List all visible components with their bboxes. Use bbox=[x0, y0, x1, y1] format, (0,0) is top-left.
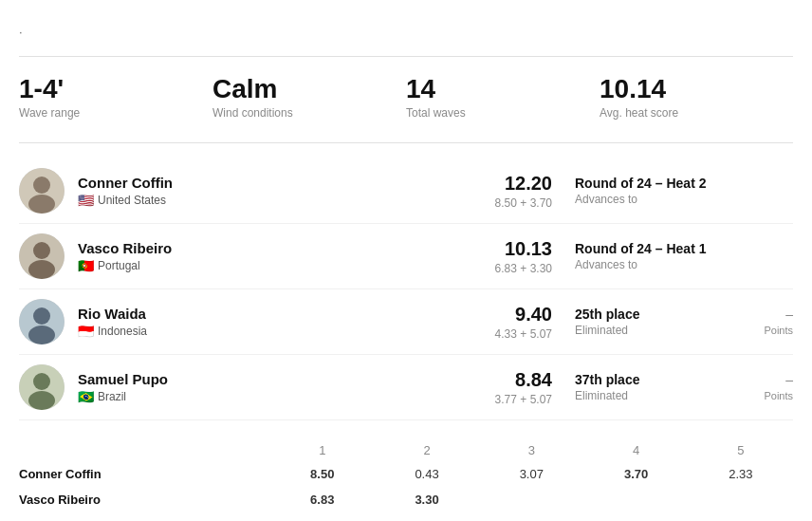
surfer-total: 10.13 bbox=[476, 238, 552, 260]
score-cell bbox=[583, 487, 688, 512]
surfer-breakdown: 6.83 + 3.30 bbox=[476, 262, 552, 275]
surfer-result-block: Round of 24 – Heat 2 Advances to bbox=[575, 176, 746, 206]
flag-icon: 🇮🇩 bbox=[78, 324, 94, 339]
score-cell: 3.23 bbox=[479, 512, 583, 521]
page-container: · 1-4' Wave range Calm Wind conditions 1… bbox=[19, 15, 793, 521]
svg-point-11 bbox=[28, 391, 55, 410]
country-name: Brazil bbox=[98, 390, 126, 403]
country-name: United States bbox=[98, 194, 166, 207]
score-col-header-5: 5 bbox=[689, 439, 793, 461]
svg-point-1 bbox=[33, 177, 50, 194]
svg-point-7 bbox=[33, 307, 50, 325]
score-cell bbox=[479, 487, 583, 512]
stat-label-3: Avg. heat score bbox=[600, 106, 793, 120]
surfer-score-block: 9.40 4.33 + 5.07 bbox=[476, 304, 552, 341]
surfer-row: Conner Coffin 🇺🇸 United States 12.20 8.5… bbox=[19, 158, 793, 224]
score-col-header-3: 3 bbox=[479, 439, 583, 461]
surfer-country: 🇮🇩 Indonesia bbox=[78, 324, 476, 339]
surfer-result-block: 25th place Eliminated bbox=[575, 307, 746, 337]
avatar bbox=[19, 364, 65, 410]
svg-point-10 bbox=[33, 373, 50, 390]
score-cell: 6.83 bbox=[270, 487, 375, 512]
surfer-breakdown: 4.33 + 5.07 bbox=[476, 327, 552, 341]
score-row: Rio Waida4.335.073.23 bbox=[19, 512, 793, 521]
score-surfer-name: Vasco Ribeiro bbox=[19, 487, 270, 512]
surfer-country: 🇧🇷 Brazil bbox=[78, 389, 476, 404]
surfer-country: 🇺🇸 United States bbox=[78, 193, 476, 208]
stat-value-1: Calm bbox=[212, 74, 406, 104]
score-col-header-2: 2 bbox=[375, 439, 479, 461]
country-name: Indonesia bbox=[98, 325, 147, 338]
score-table-section: 12345Conner Coffin8.500.433.073.702.33Va… bbox=[19, 439, 793, 521]
surfers-list: Conner Coffin 🇺🇸 United States 12.20 8.5… bbox=[19, 158, 793, 420]
score-cell bbox=[689, 512, 793, 521]
event-details: · bbox=[19, 25, 23, 39]
surfer-country: 🇵🇹 Portugal bbox=[78, 258, 476, 273]
surfer-result-title: Round of 24 – Heat 2 bbox=[575, 176, 746, 191]
flag-icon: 🇺🇸 bbox=[78, 193, 94, 208]
score-table: 12345Conner Coffin8.500.433.073.702.33Va… bbox=[19, 439, 793, 521]
surfer-result-title: 37th place bbox=[575, 372, 746, 387]
stat-label-0: Wave range bbox=[19, 106, 212, 120]
surfer-result-sub: Eliminated bbox=[575, 324, 746, 337]
surfer-result-title: 25th place bbox=[575, 307, 746, 322]
surfer-row: Vasco Ribeiro 🇵🇹 Portugal 10.13 6.83 + 3… bbox=[19, 224, 793, 289]
surfer-total: 8.84 bbox=[476, 369, 552, 391]
svg-point-8 bbox=[28, 326, 55, 344]
stat-value-0: 1-4' bbox=[19, 74, 212, 104]
svg-point-5 bbox=[28, 260, 55, 279]
surfer-score-block: 12.20 8.50 + 3.70 bbox=[476, 173, 552, 210]
score-col-header-1: 1 bbox=[270, 439, 375, 461]
surfer-result-sub: Advances to bbox=[575, 258, 746, 271]
surfer-points: –Points bbox=[746, 307, 793, 337]
score-col-header-4: 4 bbox=[583, 439, 688, 461]
avatar bbox=[19, 299, 65, 344]
surfer-breakdown: 8.50 + 3.70 bbox=[476, 196, 552, 210]
svg-point-4 bbox=[33, 242, 50, 259]
score-cell: 8.50 bbox=[270, 461, 375, 487]
surfer-info: Rio Waida 🇮🇩 Indonesia bbox=[78, 306, 476, 339]
score-cell: 2.33 bbox=[689, 461, 793, 487]
surfer-result-title: Round of 24 – Heat 1 bbox=[575, 241, 746, 256]
score-surfer-name: Rio Waida bbox=[19, 512, 270, 521]
score-row: Vasco Ribeiro6.833.30 bbox=[19, 487, 793, 512]
stat-label-1: Wind conditions bbox=[212, 106, 406, 120]
surfer-name: Conner Coffin bbox=[78, 175, 476, 191]
page-header bbox=[19, 15, 793, 21]
surfer-score-block: 8.84 3.77 + 5.07 bbox=[476, 369, 552, 406]
score-cell: 3.07 bbox=[479, 461, 583, 487]
surfer-total: 9.40 bbox=[476, 304, 552, 326]
stat-item-2: 14 Total waves bbox=[406, 74, 600, 120]
surfer-row: Samuel Pupo 🇧🇷 Brazil 8.84 3.77 + 5.07 3… bbox=[19, 355, 793, 420]
surfer-score-block: 10.13 6.83 + 3.30 bbox=[476, 238, 552, 275]
surfer-breakdown: 3.77 + 5.07 bbox=[476, 393, 552, 406]
stat-value-2: 14 bbox=[406, 74, 600, 104]
score-cell bbox=[583, 512, 688, 521]
avatar bbox=[19, 233, 65, 279]
surfer-info: Vasco Ribeiro 🇵🇹 Portugal bbox=[78, 240, 476, 273]
country-name: Portugal bbox=[98, 259, 140, 272]
score-cell bbox=[689, 487, 793, 512]
stat-item-3: 10.14 Avg. heat score bbox=[600, 74, 793, 120]
surfer-name: Samuel Pupo bbox=[78, 371, 476, 387]
svg-point-2 bbox=[28, 195, 55, 214]
surfer-name: Vasco Ribeiro bbox=[78, 240, 476, 256]
event-subtitle: · bbox=[19, 25, 793, 39]
surfer-points: –Points bbox=[746, 372, 793, 402]
flag-icon: 🇧🇷 bbox=[78, 389, 94, 404]
surfer-row: Rio Waida 🇮🇩 Indonesia 9.40 4.33 + 5.07 … bbox=[19, 289, 793, 355]
surfer-info: Conner Coffin 🇺🇸 United States bbox=[78, 175, 476, 208]
stats-row: 1-4' Wave range Calm Wind conditions 14 … bbox=[19, 74, 793, 120]
header-divider bbox=[19, 56, 793, 57]
surfer-result-sub: Eliminated bbox=[575, 389, 746, 402]
surfer-info: Samuel Pupo 🇧🇷 Brazil bbox=[78, 371, 476, 404]
stat-item-0: 1-4' Wave range bbox=[19, 74, 212, 120]
score-cell: 5.07 bbox=[375, 512, 479, 521]
score-cell: 0.43 bbox=[375, 461, 479, 487]
score-cell: 3.30 bbox=[375, 487, 479, 512]
score-cell: 3.70 bbox=[583, 461, 688, 487]
surfer-result-block: Round of 24 – Heat 1 Advances to bbox=[575, 241, 746, 271]
score-cell: 4.33 bbox=[270, 512, 375, 521]
stat-value-3: 10.14 bbox=[600, 74, 793, 104]
surfer-name: Rio Waida bbox=[78, 306, 476, 322]
